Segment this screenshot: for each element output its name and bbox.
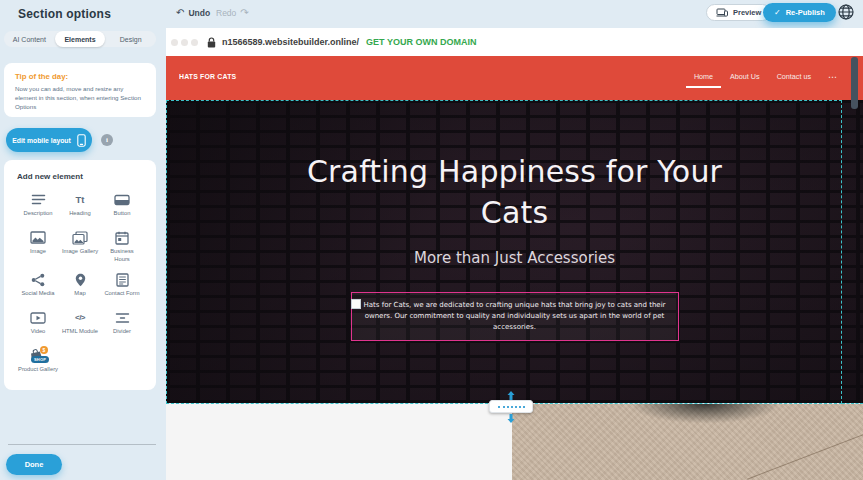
button-icon [114,192,130,207]
tip-body: Now you can add, move and resize any ele… [15,85,145,112]
republish-button[interactable]: ✓ Re-Publish [763,3,836,22]
done-label: Done [25,460,44,469]
element-grid: Description Tt Heading Button [17,192,143,377]
redo-label: Redo [216,8,236,18]
tab-ai-content[interactable]: AI Content [4,31,55,47]
site-nav: Home About Us Contact us ⋯ [694,72,837,81]
undo-label: Undo [188,8,210,18]
hero-heading[interactable]: Crafting Happiness for Your Cats [280,152,750,234]
shop-badge: SHOP [31,356,49,363]
sidebar-tabs: AI Content Elements Design [4,31,156,47]
nav-about-us[interactable]: About Us [730,72,760,81]
browser-bar: n1566589.websitebuilder.online/ GET YOUR… [166,28,863,56]
site-logo[interactable]: HATS FOR CATS [179,72,236,81]
carpet-seam [747,421,863,479]
element-resize-handle[interactable] [351,299,361,309]
page-title: Section options [18,7,111,21]
element-button[interactable]: Button [101,192,143,221]
check-icon: ✓ [774,8,781,17]
tab-elements[interactable]: Elements [55,31,106,47]
video-icon [30,310,46,325]
tip-title: Tip of the day: [15,72,145,81]
element-business-hours[interactable]: Business Hours [101,230,143,263]
html-module-icon: </> [75,310,85,325]
next-section-image[interactable] [512,404,863,480]
add-element-title: Add new element [17,172,143,181]
hero-paragraph: Hats for Cats, we are dedicated to craft… [364,301,666,331]
element-heading[interactable]: Tt Heading [59,192,101,221]
preview-button[interactable]: Preview [706,4,771,21]
done-button[interactable]: Done [6,454,62,475]
preview-label: Preview [733,8,761,17]
site-header: HATS FOR CATS Home About Us Contact us ⋯ [166,56,863,100]
element-product-gallery[interactable]: $ SHOP Product Gallery [17,348,59,377]
hero-text-element[interactable]: Hats for Cats, we are dedicated to craft… [351,292,679,342]
nav-home[interactable]: Home [694,72,713,81]
site-url: n1566589.websitebuilder.online/ [222,37,359,47]
tip-of-the-day-card: Tip of the day: Now you can add, move an… [4,63,156,117]
image-gallery-icon [72,230,88,245]
divider-icon [115,310,130,325]
edit-mobile-label: Edit mobile layout [12,137,71,144]
language-globe-icon[interactable] [837,3,855,21]
hero-subheading[interactable]: More than Just Accessories [166,249,863,267]
map-pin-icon [75,272,86,287]
element-html-module[interactable]: </> HTML Module [59,310,101,339]
element-social-media[interactable]: Social Media [17,272,59,301]
sidebar-divider [8,444,156,445]
redo-button[interactable]: Redo ↷ [216,7,249,18]
devices-icon [716,8,728,17]
description-icon [31,192,46,207]
dollar-badge: $ [40,346,48,354]
undo-icon: ↶ [176,7,184,18]
element-description[interactable]: Description [17,192,59,221]
app-window: Section options ↶ Undo Redo ↷ Preview ✓ … [0,0,863,480]
heading-icon: Tt [76,192,85,207]
info-glyph: i [106,136,108,144]
nav-contact-us[interactable]: Contact us [777,72,811,81]
business-hours-icon [115,230,129,245]
scrollbar-thumb[interactable] [851,57,858,109]
info-icon[interactable]: i [101,134,113,146]
contact-form-icon [116,272,129,287]
arrow-up-icon [507,391,516,400]
image-icon [30,230,46,245]
redo-icon: ↷ [240,7,248,18]
republish-label: Re-Publish [786,8,825,17]
element-divider[interactable]: Divider [101,310,143,339]
undo-button[interactable]: ↶ Undo [176,7,210,18]
element-map[interactable]: Map [59,272,101,301]
product-gallery-icon: $ SHOP [28,348,48,363]
add-element-panel: Add new element Description Tt Heading [4,160,156,390]
browser-dots [171,39,198,46]
element-video[interactable]: Video [17,310,59,339]
phone-icon [77,134,86,147]
next-section[interactable] [166,404,512,480]
section-height-resize-handle[interactable] [489,392,533,420]
arrow-down-icon [507,414,516,423]
element-image[interactable]: Image [17,230,59,263]
edit-mobile-layout-button[interactable]: Edit mobile layout [6,128,92,152]
element-image-gallery[interactable]: Image Gallery [59,230,101,263]
hero-section[interactable]: Crafting Happiness for Your Cats More th… [166,100,863,403]
lock-icon [207,37,216,48]
tab-design[interactable]: Design [105,31,156,47]
social-media-icon [31,272,45,287]
get-domain-link[interactable]: GET YOUR OWN DOMAIN [366,37,476,47]
resize-grip [489,400,533,413]
element-contact-form[interactable]: Contact Form [101,272,143,301]
